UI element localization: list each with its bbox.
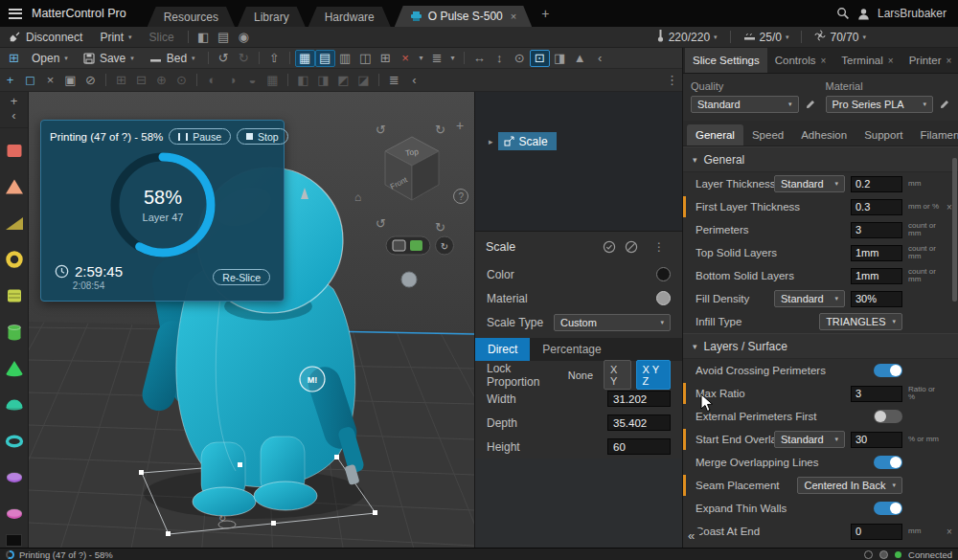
preview-icon[interactable]: ◉ [234,29,254,46]
mirror-x-icon[interactable]: ◧ [293,72,313,89]
reslice-button[interactable]: Re-Slice [213,269,270,285]
scale-tool-icon[interactable]: ⊡ [530,50,550,67]
primitive-wedge[interactable] [4,213,25,234]
field-input-width[interactable]: 31.202 [607,391,671,407]
panel-tab-controls[interactable]: Controls× [767,48,834,73]
new-tab-button[interactable]: + [533,6,558,21]
overflow-icon[interactable]: ⋮ [647,240,672,254]
list-icon[interactable]: ≣ [427,50,447,67]
delete-object-icon[interactable]: × [40,72,60,89]
list-caret-icon[interactable]: ▾ [447,50,459,67]
setting-dropdown[interactable]: TRIANGLES▾ [819,313,902,330]
save-button[interactable]: Save▾ [76,48,142,68]
overflow-icon[interactable]: ⋮ [662,72,682,89]
rotate-handle[interactable] [401,272,417,287]
ungroup-icon[interactable]: ⊟ [131,72,151,89]
search-icon[interactable] [836,7,850,20]
tree-item-scale[interactable]: ▸ Scale [475,132,682,150]
setting-tab-adhesion[interactable]: Adhesion [792,124,855,146]
close-icon[interactable]: × [947,56,952,66]
view-grid-icon[interactable]: ⊞ [376,50,396,67]
viewport-3d[interactable]: M! Top Front ↺ ↻ + ⌂ [29,92,474,548]
view-wireframe-icon[interactable]: ◫ [355,50,376,67]
setting-input[interactable]: 3 [851,222,902,238]
setting-dropdown[interactable]: Standard▾ [774,290,845,307]
bed-button[interactable]: Bed▾ [142,48,203,68]
primitive-pyramid[interactable] [4,176,25,197]
close-icon[interactable]: × [888,56,894,66]
section-header-general[interactable]: ▾General [683,146,958,172]
notification-icon[interactable] [864,550,873,559]
setting-dropdown[interactable]: Standard▾ [774,175,845,192]
tab-hardware[interactable]: Hardware [308,7,391,27]
edit-pencil-icon[interactable] [805,99,816,110]
view-slices-icon[interactable]: ▥ [335,50,355,67]
material-swatch[interactable] [656,291,671,305]
setting-input[interactable]: 0 [851,524,902,540]
properties-icon[interactable]: ≣ [384,72,404,89]
setting-tab-filament[interactable]: Filament [911,124,958,146]
setting-input[interactable]: 1mm [851,245,902,261]
arrange-all-icon[interactable]: + [0,72,20,89]
expand-icon[interactable]: ▸ [489,137,493,146]
tab-resources[interactable]: Resources [148,7,235,27]
align-icon[interactable]: ⊕ [151,72,171,89]
more-tools-icon[interactable]: ‹ [590,50,610,67]
distribute-icon[interactable]: ⊙ [171,72,192,89]
username[interactable]: LarsBrubaker [878,7,947,20]
toggle-switch[interactable] [874,364,902,377]
close-icon[interactable]: × [821,56,827,66]
material-dropdown[interactable]: Pro Series PLA▾ [826,96,934,113]
scrollbar-thumb[interactable] [952,158,957,302]
field-input-depth[interactable]: 35.402 [607,414,671,431]
field-input-height[interactable]: 60 [607,438,671,455]
bend-icon[interactable]: ◪ [354,72,374,89]
lock-option-x-y[interactable]: X Y [604,360,631,390]
fan-speed[interactable]: 70/70▾ [807,30,874,44]
subtract-icon[interactable]: ◑ [222,72,242,89]
collapse-rail-icon[interactable]: ‹ [11,109,15,123]
array-icon[interactable]: ▦ [262,72,283,89]
color-swatch[interactable] [656,267,671,281]
collapse-toolbar-icon[interactable]: ‹ [404,72,424,89]
bed-temperature[interactable]: 25/0▾ [736,31,797,44]
delete-caret-icon[interactable]: ▾ [416,50,427,67]
scale-type-dropdown[interactable]: Custom▾ [554,314,671,331]
primitive-ring[interactable] [4,431,25,452]
close-icon[interactable]: × [511,11,516,22]
tab-printer-active[interactable]: O Pulse S-500 × [395,6,532,27]
mirror-tool-icon[interactable]: ◨ [550,50,570,67]
mirror-y-icon[interactable]: ◨ [313,72,333,89]
setting-input[interactable]: 0.3 [851,199,902,215]
primitive-cube[interactable] [4,140,25,161]
view-layers-icon[interactable]: ▤ [315,50,335,67]
sync-icon[interactable] [879,550,888,559]
panel-tab-terminal[interactable]: Terminal× [833,48,901,73]
layout-columns-icon[interactable]: ⊞ [4,50,24,67]
support-tool-icon[interactable]: ▲ [570,50,590,67]
tab-direct[interactable]: Direct [475,338,530,361]
menu-icon[interactable] [0,9,22,19]
panel-tab-slice-settings[interactable]: Slice Settings [685,48,767,73]
delete-icon[interactable]: × [396,50,416,67]
apply-icon[interactable] [603,240,616,254]
move-tool-icon[interactable]: ↔ [469,50,490,67]
combine-icon[interactable]: ◐ [202,72,222,89]
panel-tab-printer[interactable]: Printer× [901,48,958,73]
primitive-torus[interactable] [4,249,25,270]
primitive-disc-purple[interactable] [4,467,25,488]
setting-input[interactable]: 30% [851,291,902,307]
intersect-icon[interactable]: ◒ [242,72,262,89]
setting-input[interactable]: 0.2 [851,176,902,192]
export-icon[interactable]: ⇧ [264,50,285,67]
setting-tab-speed[interactable]: Speed [743,124,792,146]
print-button[interactable]: Print▾ [91,27,140,47]
open-button[interactable]: Open▾ [24,48,76,68]
setting-tab-support[interactable]: Support [855,124,911,146]
primitive-disc-pink[interactable] [4,504,25,525]
lay-flat-icon[interactable]: ◻ [20,72,40,89]
twist-icon[interactable]: ◩ [333,72,354,89]
arrange-parts-icon[interactable]: + [11,95,18,108]
rotate-tool-icon[interactable]: ⊙ [510,50,530,67]
toggle-switch[interactable] [874,456,902,469]
